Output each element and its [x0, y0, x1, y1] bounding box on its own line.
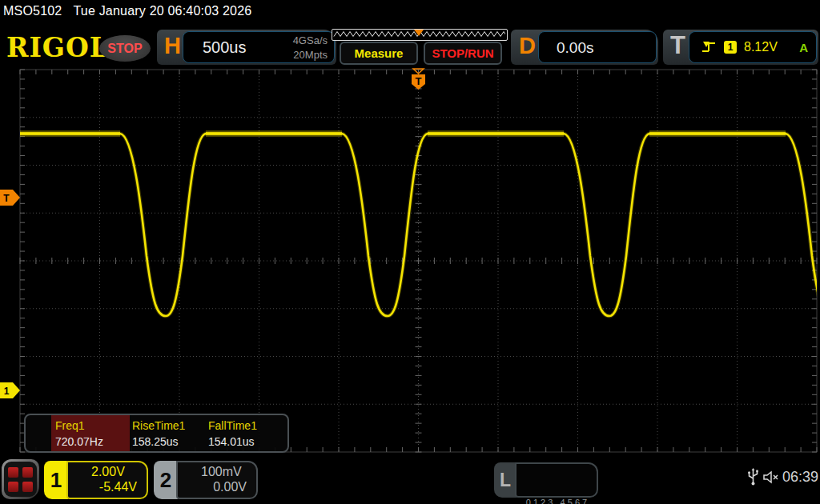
trigger-slope-icon [701, 41, 717, 54]
measurement-value: 720.07Hz [55, 435, 103, 448]
channel1-tab[interactable]: 1 [44, 461, 68, 499]
sample-rate: 4GSa/s [293, 34, 328, 48]
svg-text:T: T [3, 193, 10, 204]
clock-display: 06:39 [782, 469, 818, 486]
memory-depth: 20Mpts [293, 48, 328, 62]
oscilloscope-screen: MSO5102Tue January 20 06:40:03 2026 RIGO… [0, 0, 820, 504]
horizontal-label: H [164, 33, 181, 59]
menu-grid-icon [4, 462, 37, 497]
logic-row-1: 0 1 2 3 4 5 6 7 [517, 495, 597, 504]
svg-text:T: T [416, 75, 422, 87]
measure-button[interactable]: Measure [340, 42, 418, 65]
model-name: MSO5102 [3, 4, 62, 18]
oscilloscope-graticule[interactable]: TT1 [0, 68, 820, 456]
sample-rate-readout: 4GSa/s 20Mpts [293, 34, 328, 62]
delay-label: D [519, 33, 536, 59]
logic-channels-button[interactable]: L 0 1 2 3 4 5 6 7 8 9 10 11 12 13 14 15 [494, 462, 598, 498]
logic-tab[interactable]: L [494, 462, 517, 498]
trigger-mode-indicator: A [799, 41, 808, 54]
measurement-label: RiseTime1 [132, 419, 185, 432]
channel2-tab[interactable]: 2 [154, 461, 178, 499]
channel2-readout: 100mV 0.00V [176, 461, 258, 499]
channel1-scale: 2.00V [91, 465, 125, 479]
scope-markers: TT1 [0, 69, 425, 398]
main-menu-button[interactable] [2, 459, 39, 499]
horizontal-readout: 500us 4GSa/s 20Mpts [183, 31, 335, 63]
channel1-offset: -5.44V [74, 480, 140, 494]
measurement-value: 158.25us [132, 435, 179, 448]
channel2-scale: 100mV [201, 465, 242, 479]
usb-icon [747, 468, 759, 486]
delay-readout: 0.00s [538, 31, 657, 63]
logic-channel-list: 0 1 2 3 4 5 6 7 8 9 10 11 12 13 14 15 [515, 462, 598, 498]
measurement-value: 154.01us [208, 435, 255, 448]
delay-settings-button[interactable]: D 0.00s [511, 30, 658, 65]
rigol-logo: RIGOL [6, 32, 109, 63]
timebase-value: 500us [203, 38, 247, 57]
graticule-grid [20, 70, 817, 452]
trigger-label: T [670, 31, 685, 60]
datetime: Tue January 20 06:40:03 2026 [73, 4, 251, 18]
title-bar: MSO5102Tue January 20 06:40:03 2026 [3, 4, 251, 18]
measurement-label: FallTime1 [208, 419, 257, 432]
trigger-level-value: 8.12V [744, 40, 778, 54]
trigger-readout: 1 8.12V A [689, 31, 817, 63]
waveform-overview-strip[interactable] [332, 29, 508, 41]
acquisition-status-badge[interactable]: STOP [99, 35, 151, 62]
channel1-readout: 2.00V -5.44V [66, 461, 148, 499]
stop-run-button[interactable]: STOP/RUN [424, 42, 502, 65]
measurement-label: Freq1 [55, 419, 85, 432]
trigger-source-badge: 1 [724, 41, 737, 54]
delay-value: 0.00s [557, 39, 593, 57]
waveform-trace [20, 134, 820, 316]
channel2-offset: 0.00V [184, 480, 250, 494]
horizontal-settings-button[interactable]: H 500us 4GSa/s 20Mpts [157, 30, 336, 65]
measurement-panel[interactable]: Freq1 720.07Hz RiseTime1 158.25us FallTi… [24, 414, 289, 453]
channel1-button[interactable]: 1 2.00V -5.44V [44, 461, 148, 499]
trigger-settings-button[interactable]: T 1 8.12V A [663, 30, 818, 65]
channel2-button[interactable]: 2 100mV 0.00V [154, 461, 258, 499]
speaker-muted-icon [762, 470, 780, 484]
svg-text:1: 1 [4, 386, 10, 397]
overview-position-marker-icon [414, 30, 424, 36]
